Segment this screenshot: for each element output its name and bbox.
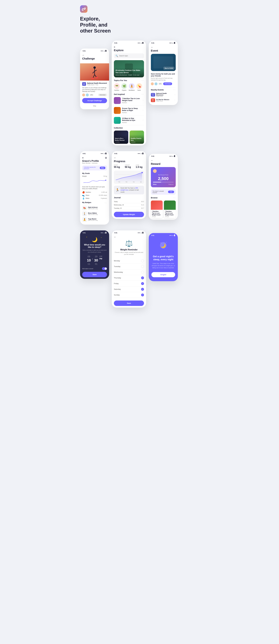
profile-settings[interactable]: ⚙ <box>105 156 107 160</box>
explore-battery: ▉ <box>142 42 143 44</box>
article-item-1[interactable]: 7 Nutrition Tips to Lose Weight Faster N… <box>114 97 144 106</box>
topic-nutrit[interactable]: 💊 Nutrit. <box>136 83 142 91</box>
day-thursday[interactable]: Thursday ✓ <box>114 275 144 281</box>
nearby-heart-2[interactable]: ♡ <box>174 99 176 101</box>
article-heart-3[interactable]: ♡ <box>142 119 144 122</box>
saturday-check[interactable]: ✓ <box>141 288 144 291</box>
nearby-event-2[interactable]: Nov 02 Go Red for Women Public Event ♡ <box>151 98 176 102</box>
article-heart-2[interactable]: ♡ <box>142 110 144 112</box>
notification-screen: 9:41 ●●● ▲ ▉ 🌙 ✦ <box>149 233 178 281</box>
profile-menu[interactable]: ≡ <box>82 156 84 159</box>
friday-check[interactable]: ✓ <box>141 282 144 285</box>
back-button[interactable]: ← <box>82 54 107 56</box>
progress-back-button[interactable]: ← <box>114 156 144 159</box>
search-bar[interactable]: 🔍 <box>114 54 144 58</box>
time-colon: : <box>92 255 93 266</box>
collection-snacks[interactable]: Healthy Snacks Idea 8 articles <box>130 130 144 144</box>
use-voucher-button[interactable]: Use <box>168 190 174 193</box>
event-interested-button[interactable]: Interested <box>163 82 172 85</box>
reward-time: 9:41 <box>151 156 154 157</box>
wednesday-check[interactable] <box>141 271 144 274</box>
reminder-back-button[interactable]: ← <box>114 236 144 238</box>
buy-button[interactable]: Buy <box>100 167 105 169</box>
progress-time: 9:41 <box>114 153 117 154</box>
explore-title: Explore <box>114 49 144 52</box>
pm-option[interactable]: PM <box>99 258 102 260</box>
day-monday[interactable]: Monday <box>114 258 144 264</box>
browse-card-2[interactable]: 7 Nutrition Tips to Lose Weight Faster 1… <box>164 200 176 218</box>
sunday-check[interactable]: ✓ <box>141 294 144 296</box>
svg-point-7 <box>95 77 98 78</box>
article-item-3[interactable]: 10 Ways to Stay Motivated at Gym Nutriti… <box>114 117 144 125</box>
nearby-event-1[interactable]: Oct 13 National Health Movement Public E… <box>151 92 176 97</box>
day-friday[interactable]: Friday ✓ <box>114 281 144 286</box>
event-hero-label: Best of 2019 <box>163 67 174 70</box>
minute-next: 31 <box>95 263 97 266</box>
progress-status-icons: ●●● ▲ ▉ <box>138 153 143 154</box>
topics-more[interactable]: ··· <box>141 79 144 82</box>
sleep-content: ✦ ✦ 🌙 What time would you like to sleep?… <box>80 234 109 279</box>
badge-info-3: Yoga Master Walk 20,000 a day <box>88 218 98 221</box>
article-thumb-1 <box>114 97 121 104</box>
skip-button[interactable]: Skip <box>82 104 107 108</box>
thursday-check[interactable]: ✓ <box>141 276 144 279</box>
notification-content: 🌙 ✦ ✦ ✦ Get a good night's sleep, every … <box>149 237 178 281</box>
browse-card-1[interactable]: 7 Nutrition Tips to Lose Weight Faster 1… <box>151 200 163 218</box>
reminder-save-button[interactable]: Save <box>114 300 144 306</box>
notification-desc: Useful Tips · Poor sleep is one of the s… <box>151 262 175 269</box>
search-icon: 🔍 <box>115 55 118 57</box>
event-phone: 9:41 ●●● ▲ ▉ ← Event Best <box>149 40 178 105</box>
inspired-title: Get Inspired <box>114 93 125 95</box>
topic-organic[interactable]: 🌿 Organic <box>121 83 127 91</box>
day-wednesday[interactable]: Wednesday <box>114 270 144 275</box>
nearby-heart-1[interactable]: ♡ <box>174 94 176 96</box>
article-heart-1[interactable]: ♡ <box>142 100 144 102</box>
sleep-save-button[interactable]: Save <box>82 272 107 277</box>
profile-signal: ●●● <box>101 153 103 154</box>
topic-nutrition[interactable]: 🥗 Nutrition <box>114 83 120 91</box>
svg-text:✦: ✦ <box>167 247 167 248</box>
attendee-count: 271 <box>90 94 94 96</box>
nearby-more[interactable]: ··· <box>173 88 176 91</box>
day-sunday[interactable]: Sunday ✓ <box>114 292 144 298</box>
interested-button[interactable]: Interested <box>98 94 107 96</box>
alright-button[interactable]: Alright! <box>151 272 175 277</box>
monday-check[interactable] <box>141 259 144 262</box>
tuesday-check[interactable] <box>141 265 144 268</box>
collection-header: Collection <box>114 127 144 129</box>
update-weight-button[interactable]: Update Weight <box>114 212 144 217</box>
hamburger-menu[interactable]: ≡ <box>114 46 144 48</box>
day-saturday[interactable]: Saturday ✓ <box>114 286 144 292</box>
badge-moon-walker: 🚶 Moon Walker Walk 20,000 a day <box>82 211 107 216</box>
day-tuesday[interactable]: Tuesday <box>114 264 144 270</box>
event-row: Oct 13 National Health Movement Public E… <box>82 82 107 86</box>
browse-more[interactable]: ··· <box>173 196 176 199</box>
explore-hero-card[interactable]: 20-minutes Outdoor Can Make You Less Str… <box>114 60 144 78</box>
hour-current[interactable]: 10 <box>87 258 91 262</box>
goals-title: My Goals <box>82 172 107 174</box>
svg-line-2 <box>93 71 95 73</box>
alarm-toggle[interactable] <box>102 267 107 270</box>
collection-runner[interactable]: How to Be a Better Runner 8 articles <box>114 130 128 144</box>
topics-row: 🥗 Nutrition 🌿 Organic 🧘 Meditation <box>114 83 144 91</box>
event-status-bar: 9:41 ●●● ▲ ▉ <box>149 40 178 44</box>
badge-info-2: Moon Walker Walk 20,000 a day <box>88 212 98 215</box>
sleep-signal: ●●● <box>101 232 103 234</box>
reward-screen: 9:41 ●●● ▲ ▉ ← Reward My Rewa <box>149 154 178 220</box>
article-item-2[interactable]: Proven Tips to Sleep Better at Night Nut… <box>114 107 144 115</box>
svg-text:Feb: Feb <box>118 181 120 182</box>
badges-more[interactable]: ··· <box>104 202 107 204</box>
minute-current[interactable]: 30 <box>94 258 98 262</box>
event-back-button[interactable]: ← <box>151 46 176 49</box>
search-input[interactable] <box>119 55 142 57</box>
notification-time: 9:41 <box>151 235 154 236</box>
event-screen-title: Event <box>151 49 176 52</box>
reminder-screen: 9:41 ●●● ▲ ▉ ← ⚖️ Weight Reminder Choose… <box>112 230 146 308</box>
accept-challenge-button[interactable]: Accept Challenge <box>82 98 107 103</box>
badge-icon-3: 🧘 <box>82 217 87 222</box>
reward-back-button[interactable]: ← <box>151 159 176 162</box>
inspired-more[interactable]: ··· <box>141 93 144 96</box>
am-option[interactable]: AM <box>99 255 102 258</box>
svg-text:🌙: 🌙 <box>161 243 166 248</box>
topic-meditation[interactable]: 🧘 Meditation <box>129 83 135 91</box>
